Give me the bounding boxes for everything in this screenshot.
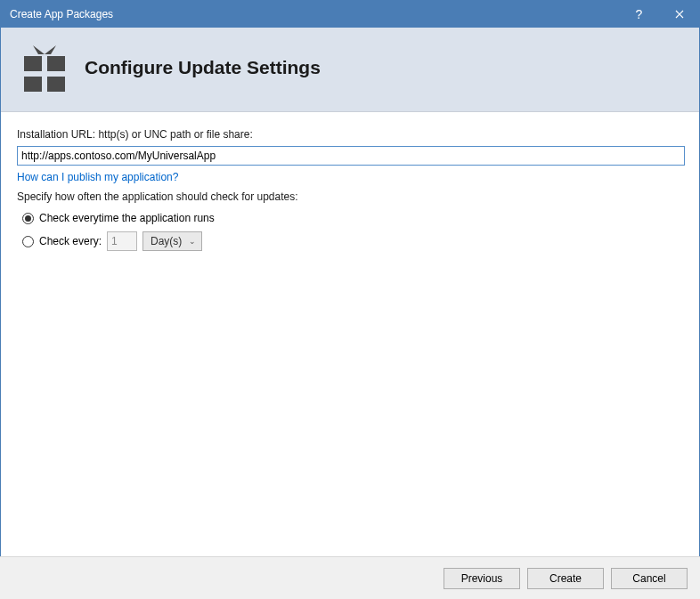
- create-button[interactable]: Create: [527, 568, 604, 589]
- help-button[interactable]: ?: [619, 1, 659, 28]
- radio-every-interval-label: Check every:: [39, 235, 102, 247]
- install-url-input[interactable]: [17, 146, 685, 166]
- update-frequency-group: Check everytime the application runs Che…: [17, 208, 683, 255]
- titlebar: Create App Packages ?: [1, 1, 699, 28]
- interval-value-input: [107, 231, 137, 251]
- package-icon: [20, 44, 69, 92]
- wizard-header: Configure Update Settings: [1, 28, 699, 112]
- svg-marker-0: [33, 45, 45, 54]
- svg-rect-3: [47, 56, 65, 71]
- radio-row-interval[interactable]: Check every: Day(s) ⌄: [22, 228, 683, 255]
- radio-every-run[interactable]: [22, 213, 34, 224]
- interval-unit-value: Day(s): [151, 235, 182, 247]
- chevron-down-icon: ⌄: [189, 237, 196, 246]
- interval-unit-dropdown[interactable]: Day(s) ⌄: [142, 231, 202, 251]
- window-title: Create App Packages: [10, 8, 619, 20]
- previous-button[interactable]: Previous: [444, 568, 520, 589]
- svg-marker-1: [45, 45, 56, 54]
- wizard-content: Installation URL: http(s) or UNC path or…: [1, 112, 699, 263]
- wizard-footer: Previous Create Cancel: [0, 556, 700, 599]
- svg-rect-2: [24, 56, 42, 71]
- svg-rect-5: [47, 77, 65, 92]
- publish-help-link[interactable]: How can I publish my application?: [17, 171, 178, 183]
- install-url-label: Installation URL: http(s) or UNC path or…: [17, 128, 683, 141]
- radio-every-interval[interactable]: [22, 236, 34, 247]
- page-title: Configure Update Settings: [85, 57, 321, 78]
- update-spec-label: Specify how often the application should…: [17, 190, 683, 203]
- cancel-button[interactable]: Cancel: [611, 568, 688, 589]
- radio-row-everyrun[interactable]: Check everytime the application runs: [22, 208, 683, 228]
- svg-rect-4: [24, 77, 42, 92]
- close-icon: [675, 10, 684, 19]
- radio-every-run-label: Check everytime the application runs: [39, 212, 215, 224]
- close-button[interactable]: [659, 1, 699, 28]
